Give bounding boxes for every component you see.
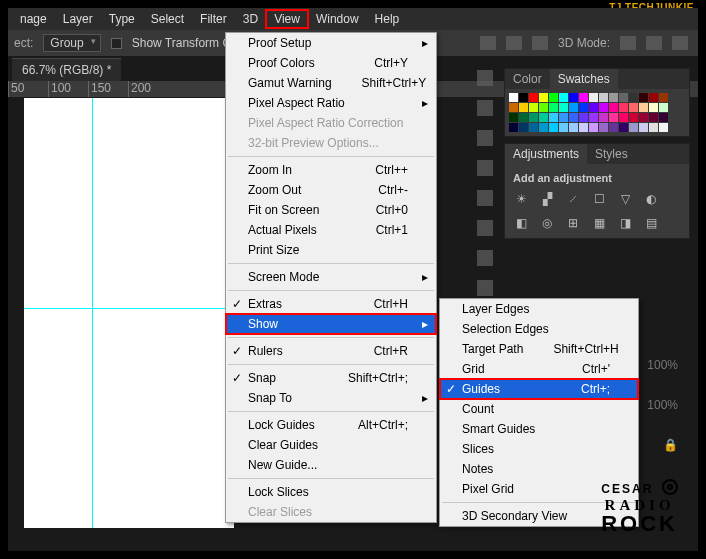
swatch[interactable] — [519, 103, 528, 112]
orbit-icon[interactable] — [620, 36, 636, 50]
menu-3d[interactable]: 3D — [235, 10, 266, 28]
info-icon[interactable] — [477, 130, 493, 146]
menu-item-smart-guides[interactable]: Smart Guides — [440, 419, 638, 439]
swatch[interactable] — [529, 103, 538, 112]
swatch[interactable] — [519, 123, 528, 132]
hue-icon[interactable]: ◐ — [643, 192, 659, 206]
exposure-icon[interactable]: ☐ — [591, 192, 607, 206]
swatch[interactable] — [589, 123, 598, 132]
menu-item-screen-mode[interactable]: Screen Mode▸ — [226, 267, 436, 287]
swatch[interactable] — [609, 93, 618, 102]
swatch[interactable] — [589, 93, 598, 102]
clone-icon[interactable] — [477, 190, 493, 206]
menu-item-lock-guides[interactable]: Lock GuidesAlt+Ctrl+; — [226, 415, 436, 435]
swatch[interactable] — [569, 93, 578, 102]
vibrance-icon[interactable]: ▽ — [617, 192, 633, 206]
menu-item-grid[interactable]: GridCtrl+' — [440, 359, 638, 379]
swatch[interactable] — [509, 113, 518, 122]
swatch[interactable] — [659, 113, 668, 122]
brush-icon[interactable] — [477, 160, 493, 176]
swatch[interactable] — [509, 93, 518, 102]
menu-item-target-path[interactable]: Target PathShift+Ctrl+H — [440, 339, 638, 359]
swatch[interactable] — [589, 113, 598, 122]
swatch[interactable] — [519, 113, 528, 122]
swatch[interactable] — [659, 103, 668, 112]
menu-item-gamut-warning[interactable]: Gamut WarningShift+Ctrl+Y — [226, 73, 436, 93]
swatch[interactable] — [539, 123, 548, 132]
menu-item-proof-colors[interactable]: Proof ColorsCtrl+Y — [226, 53, 436, 73]
swatch[interactable] — [659, 93, 668, 102]
swatch[interactable] — [609, 113, 618, 122]
swatch[interactable] — [579, 93, 588, 102]
bw-icon[interactable]: ◧ — [513, 216, 529, 230]
menu-item-count[interactable]: Count — [440, 399, 638, 419]
lookup-icon[interactable]: ▦ — [591, 216, 607, 230]
swatch[interactable] — [509, 123, 518, 132]
menu-item-proof-setup[interactable]: Proof Setup▸ — [226, 33, 436, 53]
menu-item-snap[interactable]: ✓SnapShift+Ctrl+; — [226, 368, 436, 388]
menu-layer[interactable]: Layer — [55, 10, 101, 28]
menu-item-slices[interactable]: Slices — [440, 439, 638, 459]
document-tab[interactable]: 66.7% (RGB/8) * — [12, 58, 121, 81]
menu-item-lock-slices[interactable]: Lock Slices — [226, 482, 436, 502]
swatch[interactable] — [619, 103, 628, 112]
dolly-icon[interactable] — [672, 36, 688, 50]
swatch[interactable] — [599, 113, 608, 122]
menu-item-fit-on-screen[interactable]: Fit on ScreenCtrl+0 — [226, 200, 436, 220]
tab-adjustments[interactable]: Adjustments — [505, 144, 587, 164]
swatch[interactable] — [629, 103, 638, 112]
swatch[interactable] — [619, 93, 628, 102]
show-transform-checkbox[interactable] — [111, 38, 122, 49]
align-icon[interactable] — [506, 36, 522, 50]
swatch[interactable] — [519, 93, 528, 102]
swatch[interactable] — [549, 93, 558, 102]
swatch[interactable] — [649, 123, 658, 132]
menu-item-pixel-aspect-ratio[interactable]: Pixel Aspect Ratio▸ — [226, 93, 436, 113]
menu-item-show[interactable]: Show▸ — [226, 314, 436, 334]
posterize-icon[interactable]: ▤ — [643, 216, 659, 230]
menu-item-print-size[interactable]: Print Size — [226, 240, 436, 260]
pan-icon[interactable] — [646, 36, 662, 50]
menu-item-extras[interactable]: ✓ExtrasCtrl+H — [226, 294, 436, 314]
actions-icon[interactable] — [477, 280, 493, 296]
canvas[interactable] — [24, 98, 234, 528]
menu-view[interactable]: View — [266, 10, 308, 28]
character-icon[interactable] — [477, 250, 493, 266]
swatch[interactable] — [569, 123, 578, 132]
swatch[interactable] — [559, 123, 568, 132]
swatch[interactable] — [569, 103, 578, 112]
menu-item-selection-edges[interactable]: Selection Edges — [440, 319, 638, 339]
swatch[interactable] — [529, 113, 538, 122]
menu-select[interactable]: Select — [143, 10, 192, 28]
swatch[interactable] — [599, 123, 608, 132]
menu-nage[interactable]: nage — [12, 10, 55, 28]
tab-swatches[interactable]: Swatches — [550, 69, 618, 89]
swatch[interactable] — [539, 93, 548, 102]
swatch[interactable] — [579, 113, 588, 122]
swatch[interactable] — [529, 93, 538, 102]
group-dropdown[interactable]: Group — [43, 34, 100, 52]
menu-help[interactable]: Help — [367, 10, 408, 28]
swatch[interactable] — [559, 93, 568, 102]
menu-filter[interactable]: Filter — [192, 10, 235, 28]
brightness-icon[interactable]: ☀ — [513, 192, 529, 206]
swatch[interactable] — [599, 103, 608, 112]
swatch[interactable] — [579, 103, 588, 112]
photofilter-icon[interactable]: ◎ — [539, 216, 555, 230]
swatch[interactable] — [599, 93, 608, 102]
menu-item-rulers[interactable]: ✓RulersCtrl+R — [226, 341, 436, 361]
menu-window[interactable]: Window — [308, 10, 367, 28]
swatch[interactable] — [549, 113, 558, 122]
menu-item-actual-pixels[interactable]: Actual PixelsCtrl+1 — [226, 220, 436, 240]
swatch[interactable] — [639, 93, 648, 102]
menu-item-guides[interactable]: ✓GuidesCtrl+; — [440, 379, 638, 399]
mixer-icon[interactable]: ⊞ — [565, 216, 581, 230]
swatch[interactable] — [529, 123, 538, 132]
guide-horizontal[interactable] — [24, 308, 234, 309]
curves-icon[interactable]: ⟋ — [565, 192, 581, 206]
navigator-icon[interactable] — [477, 100, 493, 116]
swatch[interactable] — [539, 113, 548, 122]
menu-type[interactable]: Type — [101, 10, 143, 28]
invert-icon[interactable]: ◨ — [617, 216, 633, 230]
swatch[interactable] — [609, 123, 618, 132]
